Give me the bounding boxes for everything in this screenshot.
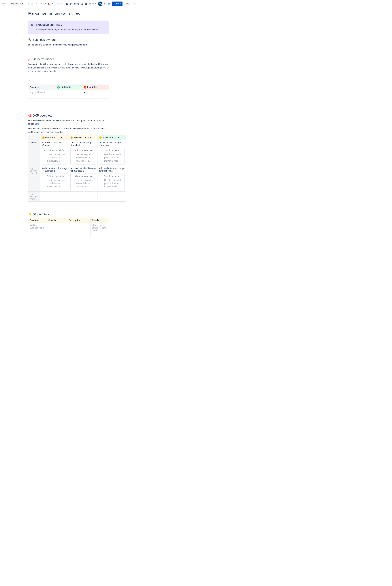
q2-th-priority[interactable]: Priority	[47, 218, 67, 223]
svg-point-4	[57, 3, 57, 3]
close-button[interactable]: Close	[123, 2, 132, 6]
summary-panel[interactable]: Executive summary Provide brief summary …	[28, 20, 109, 34]
okr-th-low[interactable]: 😠 Score of 0.0 - 0.3	[40, 135, 69, 140]
panel-body: Provide brief summary of the review and …	[36, 28, 106, 31]
svg-point-1	[36, 4, 36, 4]
svg-point-6	[57, 4, 57, 4]
expand[interactable]: Click for more info... Use this expand t…	[70, 174, 96, 190]
table-row[interactable]: Add the business name Link to more detai…	[28, 223, 109, 233]
q1-th-lowlights[interactable]: Lowlights	[82, 84, 109, 90]
svg-point-19	[133, 4, 133, 4]
image-button[interactable]	[73, 1, 76, 6]
numbered-list-button[interactable]: 123	[60, 1, 63, 6]
expand[interactable]: Click for more info... Use this expand t…	[99, 148, 125, 164]
svg-rect-25	[32, 25, 32, 26]
panel-note-icon	[31, 23, 34, 26]
okr-heading[interactable]: 🎯OKR overview	[28, 114, 109, 117]
expand[interactable]: Click for more info... Use this expand t…	[70, 148, 96, 164]
restrictions-button[interactable]	[107, 1, 110, 6]
emoji-button[interactable]	[80, 1, 84, 6]
insert-button[interactable]	[92, 1, 96, 6]
okr-th-empty[interactable]	[28, 135, 40, 140]
q1-th-business[interactable]: Business	[28, 84, 56, 90]
mention-button[interactable]	[77, 1, 80, 6]
okr-body2[interactable]: Use this table to show how your KRs brea…	[28, 127, 109, 134]
collaborators: CK	[98, 1, 107, 6]
svg-point-15	[82, 3, 83, 4]
q1-th-highlights[interactable]: Highlights	[56, 84, 82, 90]
svg-point-12	[74, 3, 74, 4]
okr-body1[interactable]: Use the OKR template to help your team s…	[28, 119, 109, 126]
action-item-button[interactable]	[66, 1, 68, 6]
page-title[interactable]: Executive business review	[28, 11, 109, 16]
q2-th-business[interactable]: Business	[28, 218, 47, 223]
sparkle-emoji: ✨	[28, 213, 32, 216]
q2-heading[interactable]: ✨Q2 priorities	[28, 212, 109, 216]
bullet-list-button[interactable]	[56, 1, 59, 6]
publish-button[interactable]: Publish	[112, 2, 122, 6]
svg-rect-17	[89, 3, 90, 4]
svg-point-20	[134, 4, 134, 4]
list-item[interactable]	[32, 75, 109, 78]
okr-link[interactable]: here	[34, 123, 39, 125]
expand[interactable]: Click for more info... Use this expand t…	[42, 148, 67, 164]
target-emoji: 🎯	[28, 114, 32, 117]
table-row[interactable]: e.g., Business 1	[28, 90, 109, 98]
chevron-down-icon	[101, 150, 103, 151]
list-item[interactable]	[32, 79, 109, 82]
table-button[interactable]	[84, 1, 87, 6]
okr-th-high[interactable]: 😄 Score of 0.7 - 1.0	[98, 135, 126, 140]
link-button[interactable]	[69, 1, 72, 6]
owners-heading[interactable]: ✒️Business owners	[28, 38, 109, 42]
confluence-logo	[2, 2, 6, 6]
check-icon	[57, 86, 60, 88]
editor-toolbar: Heading 2 123 CK Publish Close	[0, 0, 137, 8]
pen-emoji: ✒️	[28, 38, 32, 42]
q1-body[interactable]: Summarize the Q1 performance of each of …	[28, 62, 109, 73]
svg-point-14	[82, 3, 82, 4]
svg-rect-16	[85, 3, 87, 4]
table-row[interactable]	[28, 98, 109, 102]
chevron-down-icon	[44, 175, 45, 177]
italic-button[interactable]	[31, 1, 34, 6]
panel-title: Executive summary	[36, 23, 106, 26]
q2-table[interactable]: Business Priority Description Details Ad…	[28, 218, 109, 237]
chevron-down-icon	[72, 175, 74, 177]
okr-th-mid[interactable]: 🙂 Score of 0.4 - 0.6	[69, 135, 98, 140]
q2-th-details[interactable]: Details	[90, 218, 109, 223]
q1-heading[interactable]: 📈Q1 performance	[28, 58, 109, 61]
text-style-select[interactable]: Heading 2	[10, 2, 24, 6]
align-chevron[interactable]	[44, 1, 46, 6]
okr-table[interactable]: 😠 Score of 0.0 - 0.3 🙂 Score of 0.4 - 0.…	[28, 135, 126, 202]
table-row[interactable]: Overall Total KRs in this range: <Number…	[28, 140, 126, 166]
q1-table[interactable]: Business Highlights Lowlights e.g., Busi…	[28, 84, 109, 103]
svg-rect-3	[48, 4, 49, 4]
svg-point-5	[57, 4, 57, 4]
svg-point-21	[134, 4, 134, 4]
chevron-down-icon	[101, 175, 103, 177]
more-formatting-button[interactable]	[34, 1, 37, 6]
invite-button[interactable]	[103, 2, 106, 6]
svg-rect-18	[90, 3, 90, 4]
svg-text:3: 3	[60, 4, 61, 4]
align-button[interactable]	[40, 1, 43, 6]
svg-rect-24	[32, 25, 33, 25]
table-row[interactable]	[28, 233, 109, 237]
table-row[interactable]: e.g., Business name 1 Add total KRs in t…	[28, 166, 126, 192]
bold-button[interactable]	[27, 1, 30, 6]
expand[interactable]: Click for more info... Use this expand t…	[42, 174, 67, 190]
text-color-chevron[interactable]	[51, 1, 54, 6]
svg-point-13	[81, 3, 83, 4]
cross-icon	[84, 86, 86, 88]
svg-point-2	[36, 4, 37, 4]
q2-th-description[interactable]: Description	[67, 218, 90, 223]
avatar[interactable]: CK	[98, 2, 102, 6]
owners-body[interactable]: @ mention the owners of the businesses b…	[28, 43, 109, 46]
expand[interactable]: Click for more info... Use this expand t…	[99, 174, 125, 190]
q1-bullet-list[interactable]	[28, 75, 109, 82]
table-row[interactable]: e.g., Business name 2	[28, 192, 126, 202]
text-color-button[interactable]	[47, 1, 50, 6]
chevron-down-icon	[44, 150, 45, 151]
layouts-button[interactable]	[88, 1, 91, 6]
more-actions-button[interactable]	[132, 1, 135, 6]
